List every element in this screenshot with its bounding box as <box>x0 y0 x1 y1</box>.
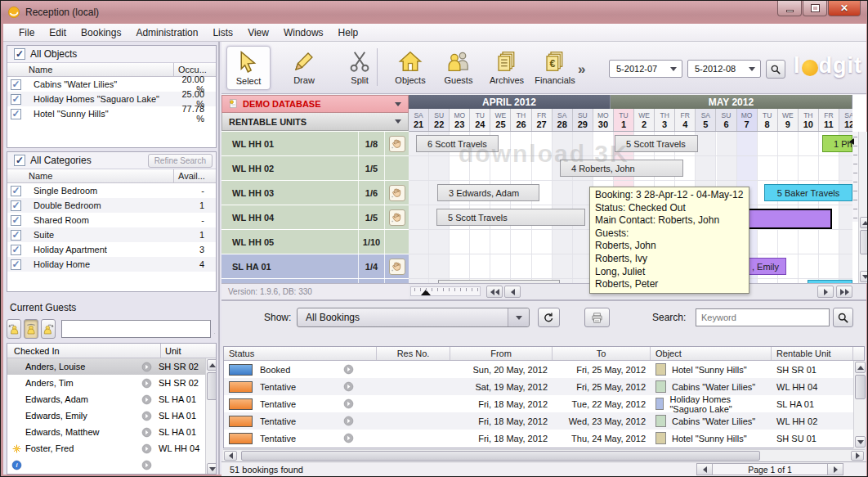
rentable-units-dropdown-icon[interactable] <box>395 119 401 124</box>
menu-item-edit[interactable]: Edit <box>42 25 74 41</box>
rentable-unit-row[interactable]: SL HA 011/4 <box>221 254 409 278</box>
table-scroll-thumb[interactable] <box>855 375 866 399</box>
minimize-button[interactable] <box>777 1 802 16</box>
rentable-unit-row[interactable]: WL HH 011/8 <box>221 132 409 155</box>
calendar-vscrollbar[interactable] <box>858 132 868 283</box>
col-to[interactable]: To <box>553 347 651 360</box>
day-cell[interactable]: TU1 <box>614 109 634 131</box>
table-row[interactable]: ✓Single Bedroom- <box>7 183 216 198</box>
open-booking-icon[interactable] <box>343 381 354 392</box>
day-cell[interactable]: TU8 <box>758 109 778 131</box>
day-cell[interactable]: SU22 <box>429 109 450 131</box>
tool-draw[interactable]: Draw <box>282 46 326 90</box>
table-row[interactable]: ✓Holiday Home4 <box>7 257 216 272</box>
scroll-up-icon[interactable] <box>860 217 868 228</box>
booking-bar[interactable] <box>745 209 832 229</box>
guest-row[interactable]: Edwards, MatthewSL HA 01 <box>7 424 205 440</box>
table-hscroll-thumb[interactable] <box>241 451 760 461</box>
guest-checkin-button[interactable] <box>7 319 21 339</box>
categories-col-name[interactable]: Name <box>7 171 173 181</box>
day-cell[interactable]: TU24 <box>470 109 490 131</box>
scroll-left-button[interactable] <box>504 286 521 298</box>
scroll-right-button[interactable] <box>817 286 834 298</box>
guest-row[interactable]: Foster, FredWL HH 04 <box>7 440 205 457</box>
table-row[interactable]: ✓Hotel "Sunny Hills"77.78 % <box>7 106 216 121</box>
booking-bar[interactable]: 3 Edwards, Adam <box>437 184 539 201</box>
menu-item-windows[interactable]: Windows <box>276 25 331 41</box>
menu-item-lists[interactable]: Lists <box>205 25 240 41</box>
housekeeping-hand-icon[interactable] <box>389 136 405 152</box>
scroll-up-icon[interactable] <box>207 359 217 371</box>
rentable-units-selector[interactable]: RENTABLE UNITS <box>221 113 409 131</box>
booking-row[interactable]: BookedSun, 20 May, 2012Fri, 25 May, 2012… <box>224 361 853 378</box>
prev-page-button[interactable] <box>696 463 713 475</box>
open-booking-icon[interactable] <box>343 398 354 409</box>
col-checked-in[interactable]: Checked In <box>7 346 160 356</box>
guest-checkout-button[interactable] <box>41 319 56 339</box>
col-rentable-unit[interactable]: Rentable Unit <box>772 347 853 360</box>
date-from-select[interactable]: 5-2012-07 <box>609 60 682 78</box>
day-cell[interactable]: SU6 <box>716 109 736 131</box>
database-dropdown-icon[interactable] <box>395 102 401 106</box>
col-object[interactable]: Object <box>651 347 772 360</box>
open-booking-icon[interactable] <box>343 433 354 443</box>
tool-select[interactable]: Select <box>226 46 271 90</box>
day-cell[interactable]: SA28 <box>553 109 573 131</box>
show-filter-select[interactable]: All Bookings <box>297 308 530 327</box>
rentable-unit-row[interactable]: WL HH 051/10 <box>221 230 409 254</box>
day-cell[interactable]: SA21 <box>409 109 429 131</box>
scroll-far-left-button[interactable] <box>486 286 503 298</box>
booking-bar[interactable]: 5 Baker Travels <box>764 184 852 201</box>
nav-financials[interactable]: €Financials <box>531 46 579 90</box>
day-cell[interactable]: MO30 <box>593 109 614 131</box>
guest-row[interactable]: Anders, TimSH SR 02 <box>7 375 205 391</box>
objects-col-name[interactable]: Name <box>7 65 173 74</box>
table-vscrollbar[interactable] <box>853 361 866 448</box>
menu-item-bookings[interactable]: Bookings <box>74 25 128 41</box>
clear-filter-icon[interactable] <box>214 322 215 336</box>
maximize-button[interactable] <box>803 1 827 16</box>
col-res-no-[interactable]: Res No. <box>377 347 450 360</box>
menu-item-help[interactable]: Help <box>331 25 366 41</box>
booking-bar[interactable]: 5 Scott Travels <box>436 209 585 226</box>
table-row[interactable]: ✓Holiday Apartment3 <box>7 242 216 257</box>
col-from[interactable]: From <box>450 347 553 360</box>
search-input[interactable] <box>696 308 830 326</box>
show-dropdown-icon[interactable] <box>508 308 529 326</box>
rentable-unit-row[interactable]: WL HH 041/5 <box>221 205 409 229</box>
open-booking-icon[interactable] <box>138 427 154 438</box>
day-cell[interactable]: SA5 <box>696 109 716 131</box>
category-row-checkbox[interactable]: ✓ <box>11 186 21 196</box>
guest-filter-input[interactable] <box>61 320 211 338</box>
menu-item-file[interactable]: File <box>11 25 42 41</box>
object-row-checkbox[interactable]: ✓ <box>11 109 21 119</box>
menu-item-view[interactable]: View <box>240 25 276 41</box>
scroll-down-icon[interactable] <box>855 436 866 448</box>
category-row-checkbox[interactable]: ✓ <box>11 230 21 241</box>
all-categories-checkbox[interactable]: ✓ <box>14 155 25 166</box>
day-cell[interactable]: FR4 <box>675 109 696 131</box>
all-objects-checkbox[interactable]: ✓ <box>14 48 25 60</box>
calendar-search-button[interactable] <box>766 60 785 79</box>
guests-scroll-thumb[interactable] <box>207 372 217 400</box>
day-cell[interactable]: WE2 <box>634 109 655 131</box>
rentable-unit-row[interactable]: WL HH 031/6 <box>221 181 409 205</box>
object-row-checkbox[interactable]: ✓ <box>11 94 21 105</box>
guest-checkedin-button[interactable] <box>24 319 38 339</box>
refresh-button[interactable] <box>538 308 560 327</box>
guest-row[interactable]: Edwards, AdamSL HA 01 <box>7 391 205 407</box>
scroll-right-icon[interactable] <box>851 451 864 461</box>
vertical-zoom-slider[interactable] <box>849 138 854 145</box>
day-cell[interactable]: WE9 <box>778 109 799 131</box>
object-row-checkbox[interactable]: ✓ <box>11 79 21 90</box>
date-to-select[interactable]: 5-2012-08 <box>687 60 761 78</box>
housekeeping-cell[interactable] <box>384 254 409 278</box>
rentable-unit-row[interactable]: WL HH 021/5 <box>221 156 409 180</box>
day-cell[interactable]: SA12 <box>839 109 852 131</box>
open-booking-icon[interactable] <box>138 378 154 389</box>
nav-objects[interactable]: Objects <box>387 46 434 90</box>
scroll-up-icon[interactable] <box>855 362 866 373</box>
housekeeping-cell[interactable] <box>384 181 409 205</box>
table-row[interactable]: ✓Double Bedroom1 <box>7 198 216 213</box>
category-row-checkbox[interactable]: ✓ <box>11 215 21 226</box>
